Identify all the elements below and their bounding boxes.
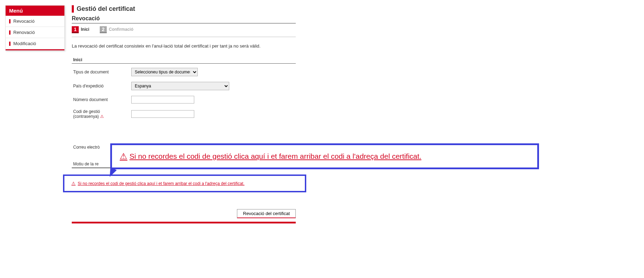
select-country[interactable]: Espanya <box>131 82 229 90</box>
label-doc-type: Tipus de document <box>72 70 131 74</box>
callout-help-zoom: ⚠ Si no recordes el codi de gestió clica… <box>110 143 539 169</box>
sidebar-bottom-rule <box>6 49 64 50</box>
bullet-icon <box>9 42 10 46</box>
step-label: Confirmació <box>109 26 133 32</box>
help-recover-code-link-zoom[interactable]: ⚠ Si no recordes el codi de gestió clica… <box>120 151 421 161</box>
sidebar-item-label: Revocació <box>13 19 35 24</box>
select-doc-type[interactable]: Seleccioneu tipus de document <box>131 68 198 76</box>
sidebar-item-revocacio[interactable]: Revocació <box>6 16 64 27</box>
sidebar-item-label: Modificació <box>13 41 36 46</box>
label-doc-number: Número document <box>72 97 131 102</box>
page-subtitle: Revocació <box>72 15 296 22</box>
step-number-icon: 2 <box>100 26 107 33</box>
row-code: Codi de gestió (contrasenya)⚠ <box>72 109 296 119</box>
label-code-line1: Codi de gestió <box>73 109 131 114</box>
step-1: 1 Inici <box>72 26 89 33</box>
label-code: Codi de gestió (contrasenya)⚠ <box>72 109 131 119</box>
sidebar-item-renovacio[interactable]: Renovació <box>6 27 64 38</box>
label-country: País d'expedició <box>72 84 131 88</box>
warning-icon: ⚠ <box>71 181 76 186</box>
row-doc-number: Número document <box>72 96 296 104</box>
form-section-header: Inici <box>72 57 296 64</box>
sidebar-title: Menú <box>6 6 64 16</box>
sidebar-item-label: Renovació <box>13 30 35 35</box>
help-link-text: Si no recordes el codi de gestió clica a… <box>78 181 245 186</box>
warning-icon: ⚠ <box>100 114 104 119</box>
step-2: 2 Confirmació <box>100 26 133 33</box>
input-doc-number[interactable] <box>131 96 194 104</box>
bottom-rule <box>72 222 296 223</box>
warning-icon: ⚠ <box>120 151 127 161</box>
label-code-line2: (contrasenya)⚠ <box>73 114 131 119</box>
intro-text: La revocació del certificat consisteix e… <box>72 43 296 49</box>
help-recover-code-link[interactable]: ⚠ Si no recordes el codi de gestió clica… <box>71 181 245 186</box>
sidebar: Menú Revocació Renovació Modificació <box>5 5 65 51</box>
step-number-icon: 1 <box>72 26 79 33</box>
main-content: Gestió del certificat Revocació 1 Inici … <box>72 5 296 223</box>
row-country: País d'expedició Espanya <box>72 82 296 90</box>
bullet-icon <box>9 19 10 23</box>
page-title: Gestió del certificat <box>72 5 296 13</box>
sidebar-item-modificacio[interactable]: Modificació <box>6 38 64 49</box>
step-label: Inici <box>81 26 89 32</box>
row-doc-type: Tipus de document Seleccioneu tipus de d… <box>72 68 296 76</box>
divider <box>72 23 296 23</box>
help-box-small: ⚠ Si no recordes el codi de gestió clica… <box>63 174 306 192</box>
wizard-steps: 1 Inici 2 Confirmació <box>72 26 296 37</box>
input-code[interactable] <box>131 110 194 118</box>
help-link-text: Si no recordes el codi de gestió clica a… <box>130 152 421 161</box>
bullet-icon <box>9 30 10 35</box>
submit-revocacio-button[interactable]: Revocació del certificat <box>237 209 296 218</box>
submit-row: Revocació del certificat <box>72 209 296 218</box>
